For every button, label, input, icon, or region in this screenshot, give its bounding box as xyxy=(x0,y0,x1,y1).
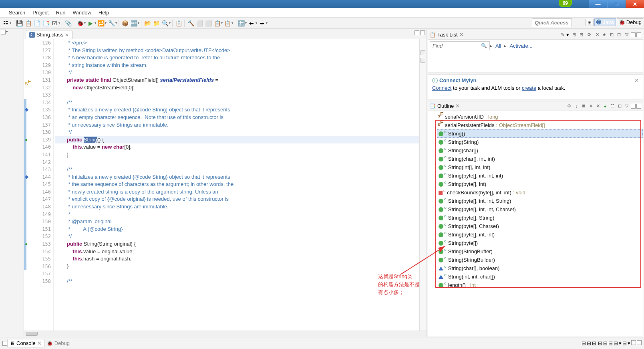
outline-item[interactable]: SFserialVersionUID : long xyxy=(439,113,643,121)
toolbar-icon[interactable]: ⬜ xyxy=(195,19,203,27)
toolbar-icon[interactable]: ● xyxy=(602,103,608,109)
overview-mark[interactable] xyxy=(421,50,425,55)
toolbar-icon[interactable]: 📎 xyxy=(64,19,72,27)
outline-item[interactable]: SFserialPersistentFields : ObjectStreamF… xyxy=(439,121,643,129)
restore-icon[interactable] xyxy=(1,30,6,34)
close-hint-icon[interactable]: ✕ xyxy=(634,77,639,83)
save-icon[interactable]: 💾 xyxy=(15,19,23,27)
task-activate-link[interactable]: Activate... xyxy=(509,43,532,49)
outline-item[interactable]: CString(byte[], String) xyxy=(439,214,643,222)
menu-help[interactable]: Help xyxy=(95,9,113,16)
toolbar-icon[interactable]: ✕ xyxy=(595,103,601,109)
toolbar-icon[interactable]: 📄 xyxy=(33,19,41,27)
connect-link[interactable]: Connect xyxy=(432,85,451,91)
debug-icon[interactable]: 🐞 xyxy=(76,19,84,27)
toolbar-icon[interactable]: ⊟ xyxy=(582,340,586,346)
toolbar-icon[interactable]: ⚙ xyxy=(566,103,572,109)
maximize-icon[interactable] xyxy=(637,340,642,345)
sort-icon[interactable]: ↕ xyxy=(573,103,580,109)
restore-icon[interactable] xyxy=(2,341,7,346)
toolbar-icon[interactable]: ⊡ xyxy=(616,103,623,109)
toolbar-icon[interactable]: 📋 xyxy=(175,19,183,27)
quick-access-input[interactable]: Quick Access xyxy=(532,18,572,27)
window-maximize-button[interactable]: □ xyxy=(607,0,626,8)
outline-item[interactable]: CString(byte[], int, int, int) xyxy=(439,171,643,180)
outline-item[interactable]: CString(int, int, char[]) xyxy=(439,272,643,281)
toolbar-icon[interactable]: ☷ xyxy=(609,103,616,109)
toolbar-icon[interactable]: ⟳ xyxy=(586,32,592,38)
toolbar-icon[interactable]: 📋 xyxy=(24,19,32,27)
outline-item[interactable]: CString(byte[]) xyxy=(439,239,643,247)
maximize-icon[interactable] xyxy=(636,32,641,37)
outline-item[interactable]: CString(char[], boolean) xyxy=(439,264,643,272)
external-tools-icon[interactable]: 🔧 xyxy=(107,19,115,27)
outline-item[interactable]: Clength() : int xyxy=(439,281,643,289)
debug-tab[interactable]: 🐞 Debug xyxy=(44,339,72,347)
toolbar-icon[interactable]: ⊞ xyxy=(571,32,577,38)
overview-mark[interactable] xyxy=(421,58,425,63)
outline-item[interactable]: CString(byte[], int, int, Charset) xyxy=(439,205,643,214)
toolbar-icon[interactable]: ⊟ xyxy=(592,340,596,346)
toolbar-icon[interactable]: ☷ xyxy=(2,19,10,27)
maximize-icon[interactable] xyxy=(636,104,641,109)
open-perspective-button[interactable]: ⊞ xyxy=(586,19,594,26)
close-view-icon[interactable]: ✕ xyxy=(459,32,464,38)
toolbar-icon[interactable]: 📑 xyxy=(42,19,50,27)
window-minimize-button[interactable]: — xyxy=(589,0,607,8)
close-view-icon[interactable]: ✕ xyxy=(455,103,460,109)
code-editor[interactable]: SF ◆ ● ◆ ● 12612712812913013113213313413… xyxy=(24,39,427,331)
outline-item[interactable]: CString() xyxy=(437,129,643,138)
outline-item[interactable]: CString(int[], int, int) xyxy=(439,163,643,171)
toolbar-icon[interactable]: 📋 xyxy=(213,19,221,27)
open-type-icon[interactable]: 📂 xyxy=(143,19,151,27)
toolbar-icon[interactable]: ⊟ xyxy=(598,340,602,346)
menu-run[interactable]: Run xyxy=(53,9,69,16)
overview-ruler[interactable] xyxy=(419,39,427,331)
run-last-icon[interactable]: 🔁 xyxy=(97,19,105,27)
menu-search[interactable]: Search xyxy=(6,9,28,16)
create-link[interactable]: create xyxy=(522,85,536,91)
minimize-icon[interactable] xyxy=(631,32,636,37)
outline-item[interactable]: CString(byte[], int, int, String) xyxy=(439,197,643,205)
outline-item[interactable]: CString(StringBuffer) xyxy=(439,247,643,256)
horizontal-scrollbar[interactable] xyxy=(24,331,427,337)
menu-window[interactable]: Window xyxy=(70,9,95,16)
minimize-icon[interactable] xyxy=(631,340,636,345)
search-icon[interactable]: 🔍 xyxy=(481,43,487,48)
toolbar-icon[interactable]: ⊟ xyxy=(587,340,591,346)
toolbar-icon[interactable]: ★ xyxy=(601,32,608,38)
toolbar-icon[interactable]: ✕ xyxy=(588,103,594,109)
toolbar-icon[interactable]: ⊟ xyxy=(614,340,618,346)
toolbar-icon[interactable]: ≣ xyxy=(580,103,587,109)
new-package-icon[interactable]: 📦 xyxy=(121,19,129,27)
outline-item[interactable]: ScheckBounds(byte[], int, int) : void xyxy=(439,188,643,197)
toolbar-icon[interactable]: ☑ xyxy=(50,19,58,27)
view-menu-icon[interactable]: ▽ xyxy=(624,32,630,38)
close-tab-icon[interactable]: ✕ xyxy=(65,32,69,38)
new-task-icon[interactable]: ✎ xyxy=(559,32,566,38)
window-close-button[interactable]: ✕ xyxy=(626,0,644,8)
toolbar-icon[interactable]: 📋 xyxy=(223,19,231,27)
toolbar-icon[interactable]: ⊟ xyxy=(578,32,584,38)
perspective-java[interactable]: 🅙Java xyxy=(594,18,616,26)
editor-tab-string[interactable]: String.class ✕ xyxy=(26,30,72,39)
toolbar-icon[interactable]: 📁 xyxy=(152,19,160,27)
minimize-view-icon[interactable] xyxy=(415,30,419,35)
forward-icon[interactable]: ➡ xyxy=(258,19,266,27)
toolbar-icon[interactable]: ⊡ xyxy=(616,32,622,38)
outline-item[interactable]: CString(StringBuilder) xyxy=(439,256,643,264)
search-icon[interactable]: 🔍 xyxy=(161,19,169,27)
back-icon[interactable]: ⬅ xyxy=(248,19,256,27)
toolbar-icon[interactable]: ✕ xyxy=(594,32,600,38)
source-code[interactable]: * </pre> * The String is written by meth… xyxy=(54,39,419,331)
outline-item[interactable]: CString(char[], int, int) xyxy=(439,155,643,163)
new-class-icon[interactable]: 🆕 xyxy=(130,19,138,27)
task-all-link[interactable]: All xyxy=(495,43,501,49)
menu-project[interactable]: Project xyxy=(29,9,52,16)
toolbar-icon[interactable]: ⊟ xyxy=(603,340,608,346)
toolbar-icon[interactable]: 🔙 xyxy=(237,19,245,27)
outline-item[interactable]: CString(char[]) xyxy=(439,146,643,155)
toolbar-icon[interactable]: ⬜ xyxy=(204,19,212,27)
view-menu-icon[interactable]: ▽ xyxy=(624,103,630,109)
toolbar-icon[interactable]: ⊟ xyxy=(622,340,627,346)
